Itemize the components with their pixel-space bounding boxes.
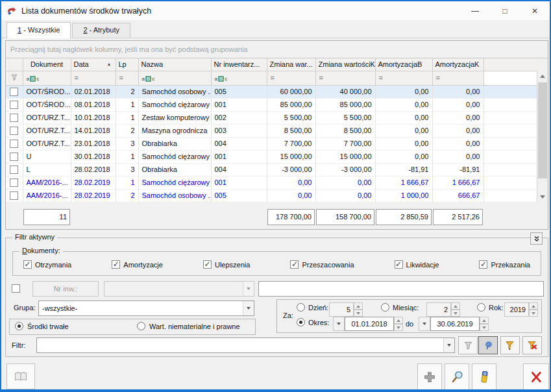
open-button[interactable] xyxy=(445,363,469,391)
collapse-panel-button[interactable] xyxy=(530,232,543,245)
radio-dzien[interactable]: Dzień: xyxy=(297,303,328,312)
table-row[interactable]: AAM/2016-... 28.02.2019 2 Samochód osobo… xyxy=(6,189,537,202)
column-header-amortyzacja-b[interactable]: AmortyzacjaB xyxy=(375,58,432,71)
radio-miesiac[interactable]: Miesiąc: xyxy=(381,303,419,312)
okres-from-value[interactable]: 01.01.2018 xyxy=(345,317,394,331)
filter-apply-button[interactable] xyxy=(458,336,478,354)
nr-inw-button[interactable]: Nr inw.: xyxy=(32,281,99,297)
dropdown-arrow-icon[interactable] xyxy=(243,301,254,315)
dropdown-arrow-icon[interactable] xyxy=(243,282,254,296)
column-header-amortyzacja-k[interactable]: AmortyzacjaK xyxy=(432,58,484,71)
filter-cell-zw-b[interactable]: = xyxy=(267,71,315,85)
radio-srodki-trwale[interactable]: Środki trwałe xyxy=(15,322,69,330)
table-row[interactable]: OOT/URZ.T... 10.01.2018 1 Zestaw kompute… xyxy=(6,111,537,124)
row-select-cell[interactable] xyxy=(6,150,23,163)
dropdown-arrow-icon[interactable] xyxy=(443,338,454,352)
row-checkbox[interactable] xyxy=(10,178,18,187)
filter-cell-data[interactable]: = xyxy=(71,71,116,85)
table-row[interactable]: U 30.01.2018 1 Samochód ciężarowy 001 15… xyxy=(6,150,537,163)
table-row[interactable]: OOT/ŚROD... 08.01.2018 1 Samochód ciężar… xyxy=(6,98,537,111)
erase-button[interactable] xyxy=(472,363,496,391)
row-select-cell[interactable] xyxy=(6,176,23,189)
column-header-nr-inwentarzowy[interactable]: Nr inwentarz... xyxy=(211,58,267,71)
maximize-button[interactable]: □ xyxy=(490,1,520,20)
row-checkbox[interactable] xyxy=(10,153,18,161)
calendar-dropdown-icon[interactable] xyxy=(419,317,430,331)
column-header-data[interactable]: Data▲ xyxy=(71,58,116,71)
row-checkbox[interactable] xyxy=(10,140,18,148)
scroll-up-arrow[interactable] xyxy=(537,71,548,82)
row-select-cell[interactable] xyxy=(6,163,23,176)
close-button[interactable]: ✕ xyxy=(520,1,550,20)
document-type-checkbox[interactable]: Otrzymania xyxy=(23,260,71,269)
filter-pin-button[interactable] xyxy=(478,336,498,354)
spinner-arrows-icon[interactable] xyxy=(480,317,489,331)
table-row[interactable]: L 28.02.2018 3 Obrabiarka 004 -3 000,00 … xyxy=(6,163,537,176)
row-checkbox[interactable] xyxy=(10,101,18,109)
rok-value[interactable]: 2019 xyxy=(504,302,529,317)
grupa-combo[interactable]: -wszystkie- xyxy=(38,300,254,316)
column-header-dokument[interactable]: Dokument xyxy=(23,58,71,71)
spinner-arrows-icon[interactable] xyxy=(451,302,460,317)
select-column-header[interactable] xyxy=(6,58,23,71)
okres-from-field[interactable]: 01.01.2018 xyxy=(333,317,403,331)
filter-builder-button[interactable] xyxy=(500,336,520,354)
table-row[interactable]: AAM/2016-... 28.02.2019 1 Samochód cięża… xyxy=(6,176,537,189)
filter-clear-button[interactable] xyxy=(522,336,542,354)
nr-inw-textbox[interactable] xyxy=(258,281,544,297)
document-type-checkbox[interactable]: Likwidacje xyxy=(395,260,439,269)
filter-cell-nr[interactable]: aBc xyxy=(211,71,267,85)
radio-rok[interactable]: Rok: xyxy=(477,303,504,312)
dzien-spinner[interactable]: 5 xyxy=(329,302,363,317)
column-header-lp[interactable]: Lp xyxy=(116,58,138,71)
filter-cell-dokument[interactable]: aBc xyxy=(23,71,71,85)
column-header-zmiana-wartosci-k[interactable]: Zmiana wartościK xyxy=(315,58,375,71)
spinner-arrows-icon[interactable] xyxy=(394,317,403,331)
rok-spinner[interactable]: 2019 xyxy=(504,302,538,317)
document-type-checkbox[interactable]: Przeszacowania xyxy=(290,260,354,269)
spinner-arrows-icon[interactable] xyxy=(529,302,538,317)
radio-okres[interactable]: Okres: xyxy=(297,318,329,326)
spinner-arrows-icon[interactable] xyxy=(354,302,363,317)
row-checkbox[interactable] xyxy=(10,114,18,122)
document-type-checkbox[interactable]: Amortyzacje xyxy=(112,260,163,269)
row-checkbox[interactable] xyxy=(10,165,18,174)
nr-inw-combo[interactable] xyxy=(104,281,254,297)
document-type-checkbox[interactable]: Ulepszenia xyxy=(203,260,250,269)
miesiac-spinner[interactable]: 2 xyxy=(426,302,460,317)
row-checkbox[interactable] xyxy=(10,88,18,96)
row-select-cell[interactable] xyxy=(6,111,23,124)
book-button[interactable] xyxy=(6,363,35,389)
vertical-scrollbar[interactable] xyxy=(537,71,548,202)
filter-cell-lp[interactable]: = xyxy=(116,71,138,85)
table-row[interactable]: OOT/ŚROD... 02.01.2018 2 Samochód osobow… xyxy=(6,85,537,98)
document-type-checkbox[interactable]: Przekazania xyxy=(479,260,530,269)
tab-atrybuty[interactable]: 2 - Atrybuty xyxy=(72,23,130,38)
row-select-cell[interactable] xyxy=(6,98,23,111)
nr-inw-checkbox[interactable] xyxy=(12,284,20,293)
okres-to-value[interactable]: 30.06.2019 xyxy=(430,317,480,331)
filter-cell-zw-k[interactable]: = xyxy=(315,71,375,85)
close-window-button[interactable] xyxy=(523,363,549,391)
row-checkbox[interactable] xyxy=(10,191,18,200)
okres-to-field[interactable]: 30.06.2019 xyxy=(419,317,489,331)
scroll-down-arrow[interactable] xyxy=(537,191,548,202)
table-row[interactable]: OOT/URZ.T... 14.01.2018 2 Maszyna ogrodn… xyxy=(6,124,537,137)
filter-cell-nazwa[interactable]: aBc xyxy=(138,71,211,85)
row-select-cell[interactable] xyxy=(6,137,23,150)
column-header-zmiana-wartosci-b[interactable]: Zmiana war... xyxy=(267,58,315,71)
row-select-cell[interactable] xyxy=(6,85,23,98)
tab-wszystkie[interactable]: 1 - Wszystkie xyxy=(6,22,71,38)
row-select-cell[interactable] xyxy=(6,124,23,137)
row-select-cell[interactable] xyxy=(6,189,23,202)
scrollbar-thumb[interactable] xyxy=(538,82,547,178)
column-header-nazwa[interactable]: Nazwa xyxy=(138,58,211,71)
dzien-value[interactable]: 5 xyxy=(329,302,354,317)
row-checkbox[interactable] xyxy=(10,127,18,135)
calendar-dropdown-icon[interactable] xyxy=(333,317,345,331)
filtr-combo[interactable] xyxy=(36,337,455,353)
add-button[interactable] xyxy=(417,363,442,391)
filter-cell-am-k[interactable]: = xyxy=(432,71,484,85)
miesiac-value[interactable]: 2 xyxy=(426,302,451,317)
minimize-button[interactable]: — xyxy=(460,1,490,20)
